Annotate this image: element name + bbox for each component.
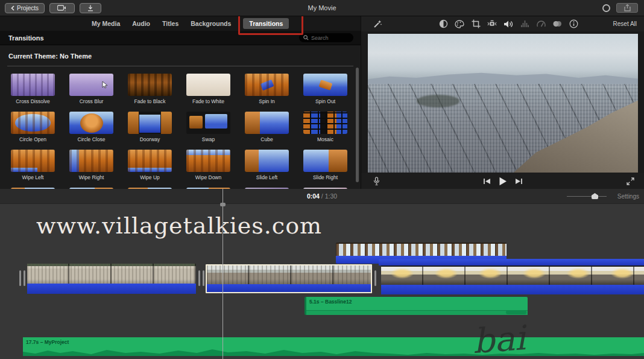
transition-thumbnail [303,74,347,96]
color-balance-icon[interactable] [438,19,448,29]
video-clip-1[interactable] [27,264,196,294]
speed-icon[interactable] [536,19,546,29]
transition-thumbnail [186,74,230,96]
transition-circle-close[interactable]: Circle Close [66,112,117,142]
overlay-filmstrip [336,243,507,256]
transition-cube[interactable]: Cube [241,112,292,142]
tab-audio[interactable]: Audio [132,20,150,27]
transition-spin-in[interactable]: Spin In [241,74,292,104]
transition-wipe-down[interactable]: Wipe Down [183,150,234,180]
total-time: / 1:30 [321,192,337,200]
transition-cross-blur[interactable]: Cross Blur [66,74,117,104]
timeline-zoom-slider[interactable] [567,196,607,197]
projects-back-button[interactable]: Projects [5,3,45,13]
transition-join-handle[interactable] [374,270,376,286]
transition-swap[interactable]: Swap [183,112,234,142]
preview-vegetation [417,95,460,107]
clip-edge-handle[interactable] [19,270,21,286]
play-icon[interactable] [499,177,507,186]
skip-forward-icon[interactable] [515,178,523,185]
transition-thumbnail [186,150,230,172]
transition-mosaic[interactable]: Mosaic [300,112,351,142]
timeline-body: www.villagetalkies.com [0,204,644,359]
crop-icon[interactable] [471,19,481,29]
skip-back-icon[interactable] [483,178,491,185]
noise-reduction-icon[interactable] [520,19,529,29]
color-correction-icon[interactable] [455,19,464,29]
clip-filter-icon[interactable] [552,19,562,29]
reset-all-button[interactable]: Reset All [613,21,637,27]
video-clip-3[interactable] [381,265,644,294]
transition-cross-dissolve[interactable]: Cross Dissolve [7,74,58,104]
transition-thumbnail [11,112,55,134]
clip3-audio-bar [381,285,644,294]
background-music-track[interactable]: 17.7s – MyProject [23,337,644,356]
fullscreen-icon[interactable] [627,177,634,185]
search-field[interactable] [299,33,353,42]
audio-clip-bassline[interactable]: 5.1s – Bassline12 [305,297,528,315]
transition-thumbnail [245,74,289,96]
status-circle-icon[interactable] [602,4,610,12]
zoom-slider-thumb[interactable] [592,193,598,199]
connected-clip-bar[interactable] [379,259,644,265]
transition-circle-open[interactable]: Circle Open [7,112,58,142]
playhead-handle[interactable] [220,203,226,206]
current-theme-label: Current Theme: No Theme [0,45,361,66]
clip2-filmstrip [207,265,371,284]
inspector-toolbar: Reset All [361,16,644,31]
audio-clip-fade-handle [506,310,526,314]
info-icon[interactable] [569,19,578,29]
transition-join-handle[interactable] [198,270,200,286]
current-time: 0:04 [307,192,320,200]
transition-thumbnail [128,150,172,172]
transition-slide-left[interactable]: Slide Left [241,150,292,180]
mouse-cursor-icon [102,81,108,89]
transition-wipe-left[interactable]: Wipe Left [7,150,58,180]
transition-thumbnail [11,74,55,96]
viewer-pane: Reset All [361,16,644,189]
transition-thumbnail [69,74,113,96]
share-button[interactable] [616,3,638,13]
video-clip-2-selected[interactable] [206,264,372,293]
voiceover-mic-icon[interactable] [373,177,380,186]
imovie-window: Projects My Movie My Media Audio Titles … [0,0,644,359]
transition-fade-to-black[interactable]: Fade to Black [124,74,175,104]
music-track-label: 17.7s – MyProject [26,339,69,345]
tab-titles[interactable]: Titles [162,20,178,27]
transition-fade-to-white[interactable]: Fade to White [183,74,234,104]
tab-backgrounds[interactable]: Backgrounds [191,20,231,27]
transition-spin-out[interactable]: Spin Out [300,74,351,104]
transition-wipe-right[interactable]: Wipe Right [66,150,117,180]
clip1-filmstrip [27,264,196,284]
import-button[interactable] [80,3,101,13]
top-toolbar: Projects My Movie [0,0,644,16]
waveform [23,346,644,356]
browser-scrollbar[interactable] [356,68,359,182]
clip-edge-handle[interactable] [24,270,25,286]
camera-import-icon [57,5,67,11]
transition-thumbnail [245,112,289,134]
playhead[interactable] [223,189,223,359]
enhance-wand-icon[interactable] [373,19,382,28]
watermark-text: www.villagetalkies.com [36,212,322,239]
projects-label: Projects [17,5,39,11]
transition-join-handle[interactable] [203,270,204,286]
clip1-audio-bar [27,284,196,294]
stabilization-icon[interactable] [487,19,497,29]
tab-my-media[interactable]: My Media [92,20,120,27]
transition-doorway[interactable]: Doorway [124,112,175,142]
watermark-script-text: bai [472,318,526,359]
transition-slide-right[interactable]: Slide Right [300,150,351,180]
project-title: My Movie [308,4,336,11]
transition-wipe-up[interactable]: Wipe Up [124,150,175,180]
search-input[interactable] [311,35,347,41]
tab-transitions[interactable]: Transitions [243,18,289,29]
import-media-button[interactable] [49,3,75,13]
volume-icon[interactable] [504,19,513,29]
transition-thumbnail [303,112,347,134]
settings-button[interactable]: Settings [617,193,639,200]
playback-controls [361,173,644,189]
transition-thumbnail [11,150,55,172]
transition-thumbnail [69,150,113,172]
media-tabbar: My Media Audio Titles Backgrounds Transi… [0,16,361,31]
